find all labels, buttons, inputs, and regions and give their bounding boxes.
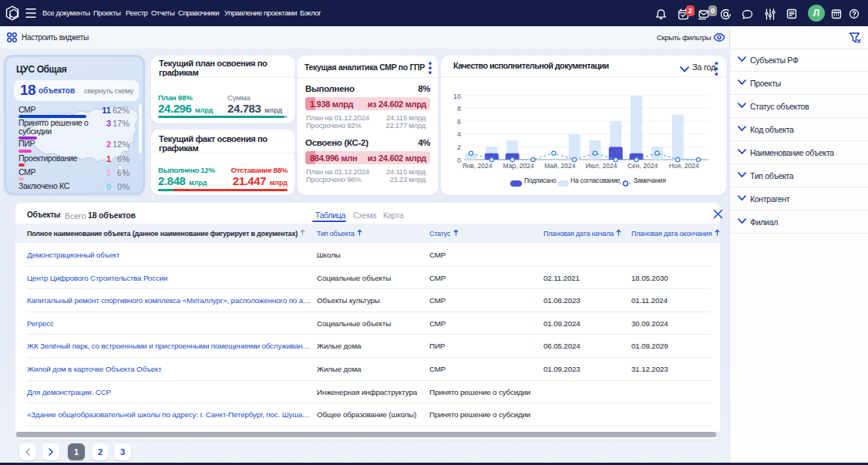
svg-text:Июл, 2024: Июл, 2024 xyxy=(585,162,617,170)
svg-text:Сен, 2024: Сен, 2024 xyxy=(627,162,658,170)
svg-text:6: 6 xyxy=(457,118,461,126)
svg-text:Янв, 2024: Янв, 2024 xyxy=(463,162,493,170)
svg-text:Ноя, 2024: Ноя, 2024 xyxy=(669,162,699,170)
svg-text:2: 2 xyxy=(457,143,461,151)
svg-text:8: 8 xyxy=(457,105,461,113)
svg-text:4: 4 xyxy=(457,130,461,138)
svg-text:0: 0 xyxy=(457,157,461,164)
svg-text:Мар, 2024: Мар, 2024 xyxy=(503,162,535,170)
svg-text:10: 10 xyxy=(453,93,461,100)
svg-text:Май, 2024: Май, 2024 xyxy=(544,162,576,170)
